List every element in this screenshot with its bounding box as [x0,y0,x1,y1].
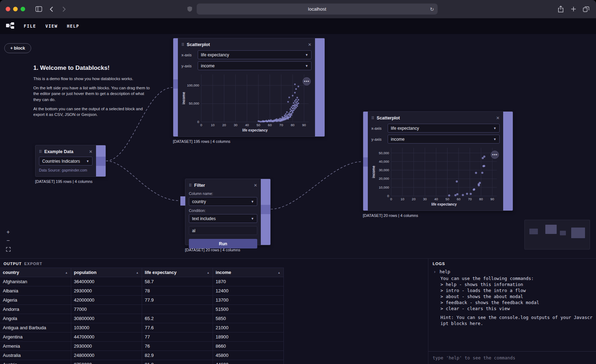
zoom-out-button[interactable]: − [4,237,12,245]
column-header-population[interactable]: ▲population [71,268,142,277]
chevron-down-icon: ▼ [305,64,308,68]
close-icon[interactable]: ✕ [89,150,92,154]
new-tab-icon[interactable] [569,5,578,13]
svg-text:40: 40 [434,197,438,201]
sort-icon[interactable]: ▲ [207,271,210,274]
node-example-data[interactable]: ⠿ Example Data ✕ Countries Indicators▼ D… [35,145,106,177]
traffic-lights [6,7,25,11]
url-bar[interactable]: localhost ↻ [197,4,438,15]
dataset-caption: [DATASET] 20 rows | 4 columns [185,248,240,252]
y-axis-select[interactable]: income▼ [198,61,311,70]
drag-handle-icon[interactable]: ⠿ [189,184,192,187]
node-titlebar[interactable]: ⠿ Example Data ✕ [39,148,92,155]
close-icon[interactable]: ✕ [308,43,311,47]
logs-command-input[interactable] [433,355,592,360]
drag-handle-icon[interactable]: ⠿ [371,116,374,120]
reload-icon[interactable]: ↻ [430,6,434,12]
output-port[interactable] [96,157,106,166]
privacy-shield-icon[interactable] [187,6,192,12]
minimize-window-button[interactable] [13,7,18,11]
menu-view[interactable]: VIEW [45,24,58,29]
node-titlebar[interactable]: ⠿ Scatterplot ✕ [181,41,311,48]
chevron-down-icon: ▼ [251,200,254,203]
y-axis-select[interactable]: income▼ [388,135,500,144]
drag-handle-icon[interactable]: ⠿ [39,150,42,154]
filter-query-field[interactable] [189,226,257,235]
output-port-strip[interactable] [503,112,513,211]
output-port[interactable] [261,205,270,214]
add-block-button[interactable]: + block [4,43,31,53]
svg-text:30,000: 30,000 [379,168,389,172]
output-port-strip[interactable] [315,38,325,136]
svg-text:0: 0 [387,194,389,198]
sort-icon[interactable]: ▲ [136,271,139,274]
prompt-caret-icon: › [433,269,436,275]
column-header-life-expectancy[interactable]: ▲life expectancy [142,268,213,277]
edge-example-to-filter [106,161,180,201]
svg-text:60: 60 [457,197,461,201]
zoom-window-button[interactable] [21,7,25,11]
x-axis-select[interactable]: life expectancy▼ [388,124,500,133]
column-header-country[interactable]: ▲country [0,268,71,277]
tab-output[interactable]: OUTPUT [4,262,22,266]
fit-view-button[interactable] [4,245,12,253]
condition-select[interactable]: text includes▼ [189,214,257,223]
input-port[interactable] [180,196,185,206]
forward-button[interactable] [60,5,68,13]
drag-handle-icon[interactable]: ⠿ [181,43,184,47]
chevron-down-icon: ▼ [251,217,254,220]
run-button[interactable]: Run [189,239,257,248]
sort-icon[interactable]: ▲ [278,271,281,274]
close-icon[interactable]: ✕ [254,183,257,187]
chevron-down-icon: ▼ [305,53,308,57]
dataset-select[interactable]: Countries Indicators▼ [39,157,92,166]
output-port-strip[interactable] [96,145,106,177]
node-filter[interactable]: ⠿ Filter ✕ Column name: country▼ Conditi… [185,179,271,245]
output-port-strip[interactable] [261,179,270,245]
tab-overview-icon[interactable] [582,5,590,13]
column-header-income[interactable]: ▲income [213,268,283,277]
column-select[interactable]: country▼ [189,197,257,206]
tab-export[interactable]: EXPORT [24,262,42,266]
minimap-node [545,225,557,234]
table-row: Austria875000081.844600 [0,360,283,364]
table-row: Argentina447000007718900 [0,332,283,342]
node-scatterplot-2[interactable]: ⠿ Scatterplot ✕ x-axis life expectancy▼ … [363,111,513,211]
share-icon[interactable] [556,5,565,13]
svg-text:0: 0 [200,123,202,127]
zoom-in-button[interactable]: + [4,228,12,236]
close-icon[interactable]: ✕ [496,116,500,120]
svg-text:30: 30 [423,197,427,201]
back-button[interactable] [47,5,56,13]
more-options-button[interactable]: ••• [491,151,499,159]
node-titlebar[interactable]: ⠿ Scatterplot ✕ [371,114,500,122]
log-line: > intro - loads the intro a flow [440,287,593,293]
app-logo-icon [6,22,15,30]
sidebar-toggle-icon[interactable] [34,5,43,13]
input-port[interactable] [363,157,368,167]
welcome-title: 1. Welcome to Datablocks! [33,65,152,72]
menu-help[interactable]: HELP [67,24,79,29]
filter-query-input[interactable] [192,228,254,233]
welcome-paragraph: At the bottom you can see the output of … [33,106,152,118]
node-scatterplot-1[interactable]: ⠿ Scatterplot ✕ x-axis life expectancy▼ … [173,38,325,137]
close-window-button[interactable] [6,7,10,11]
browser-window: localhost ↻ FILEVIEWHELP + block 1. Welc… [0,0,596,364]
input-port-strip[interactable] [363,112,368,211]
more-options-button[interactable]: ••• [303,77,311,85]
svg-text:100,000: 100,000 [187,83,199,87]
table-row: Australia2480000082.945800 [0,351,283,360]
svg-text:50,000: 50,000 [379,151,389,155]
sort-icon[interactable]: ▲ [65,271,68,274]
input-port-strip[interactable] [173,38,178,136]
flow-canvas[interactable]: + block 1. Welcome to Datablocks! This i… [0,34,596,258]
input-port[interactable] [173,79,178,89]
logs-title: LOGS [428,259,596,267]
svg-text:income: income [372,166,376,178]
data-source-note: Data Source: gapminder.com [39,168,92,172]
x-axis-select[interactable]: life expectancy▼ [198,50,311,59]
menu-file[interactable]: FILE [24,24,36,29]
node-titlebar[interactable]: ⠿ Filter ✕ [189,182,257,189]
logs-panel: LOGS › help You can use the following co… [428,259,596,364]
minimap[interactable] [524,220,590,250]
